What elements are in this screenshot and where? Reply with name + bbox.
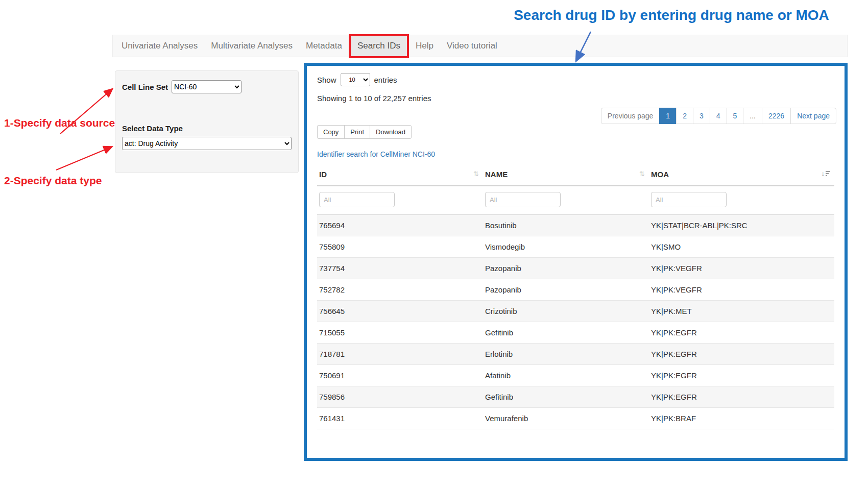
entries-label: entries <box>374 76 397 84</box>
nav-item-univariate-analyses[interactable]: Univariate Analyses <box>115 35 204 57</box>
nav-item-video-tutorial[interactable]: Video tutorial <box>440 35 504 57</box>
cell-id: 755809 <box>317 236 483 258</box>
table-row: 750691 Afatinib YK|PK:EGFR <box>317 365 834 386</box>
export-button-group: Copy Print Download <box>317 125 834 139</box>
sort-icon-name[interactable]: ⇅ <box>639 170 645 178</box>
next-page-button[interactable]: Next page <box>790 108 836 124</box>
cell-moa: YK|STAT|BCR-ABL|PK:SRC <box>649 214 834 236</box>
cell-moa: YK|PK:BRAF <box>649 408 834 429</box>
data-source-panel: Cell Line Set NCI-60 Select Data Type ac… <box>115 70 299 173</box>
cell-moa: YK|PK:VEGFR <box>649 258 834 279</box>
cell-id: 765694 <box>317 214 483 236</box>
cell-id: 718781 <box>317 344 483 365</box>
cell-name: Gefitinib <box>483 322 649 344</box>
cell-moa: YK|PK:VEGFR <box>649 279 834 301</box>
sort-icon-moa[interactable]: ↓ <box>822 170 831 177</box>
table-row: 737754 Pazopanib YK|PK:VEGFR <box>317 258 834 279</box>
previous-page-button[interactable]: Previous page <box>601 108 660 124</box>
step1-annotation: 1-Specify data source <box>4 117 115 129</box>
page-length-select[interactable]: 10 <box>341 73 370 86</box>
cell-id: 737754 <box>317 258 483 279</box>
table-row: 755809 Vismodegib YK|SMO <box>317 236 834 258</box>
print-button[interactable]: Print <box>344 125 370 139</box>
cell-moa: YK|PK:EGFR <box>649 386 834 408</box>
copy-button[interactable]: Copy <box>317 125 345 139</box>
show-label: Show <box>317 76 336 84</box>
cell-line-set-label: Cell Line Set <box>122 83 168 91</box>
page-button-2[interactable]: 2 <box>676 108 693 124</box>
sort-icon-id[interactable]: ⇅ <box>473 170 479 178</box>
cell-id: 756645 <box>317 301 483 322</box>
identifier-search-link[interactable]: Identifier search for CellMiner NCI-60 <box>317 150 435 158</box>
pagination: Previous page 1 2 3 4 5 ... 2226 Next pa… <box>601 108 836 124</box>
cell-moa: YK|PK:EGFR <box>649 365 834 386</box>
headline-annotation: Search drug ID by entering drug name or … <box>508 7 835 23</box>
page-button-1[interactable]: 1 <box>659 108 677 124</box>
cell-id: 761431 <box>317 408 483 429</box>
cell-name: Pazopanib <box>483 258 649 279</box>
results-table: ID ⇅ NAME ⇅ MOA ↓ <box>317 165 834 429</box>
table-row: 765694 Bosutinib YK|STAT|BCR-ABL|PK:SRC <box>317 214 834 236</box>
showing-entries-status: Showing 1 to 10 of 22,257 entries <box>317 94 834 103</box>
cell-name: Gefitinib <box>483 386 649 408</box>
nav-item-search-ids[interactable]: Search IDs <box>349 34 409 58</box>
table-row: 756645 Crizotinib YK|PK:MET <box>317 301 834 322</box>
download-button[interactable]: Download <box>370 125 412 139</box>
cell-moa: YK|PK:EGFR <box>649 322 834 344</box>
data-type-label: Select Data Type <box>122 124 292 133</box>
page-ellipsis: ... <box>743 108 762 124</box>
page-button-2226[interactable]: 2226 <box>762 108 791 124</box>
data-type-select[interactable]: act: Drug Activity <box>122 137 292 150</box>
cell-id: 750691 <box>317 365 483 386</box>
step2-annotation: 2-Specify data type <box>4 175 102 187</box>
main-navbar: Univariate Analyses Multivariate Analyse… <box>112 35 848 57</box>
table-row: 759856 Gefitinib YK|PK:EGFR <box>317 386 834 408</box>
search-results-panel: Show 10 entries Showing 1 to 10 of 22,25… <box>304 63 848 461</box>
cell-moa: YK|PK:EGFR <box>649 344 834 365</box>
cell-name: Vemurafenib <box>483 408 649 429</box>
nav-item-metadata[interactable]: Metadata <box>299 35 349 57</box>
page-button-5[interactable]: 5 <box>727 108 744 124</box>
cell-name: Erlotinib <box>483 344 649 365</box>
column-header-id[interactable]: ID ⇅ <box>317 165 483 186</box>
nav-item-help[interactable]: Help <box>409 35 440 57</box>
moa-filter-input[interactable] <box>651 192 727 207</box>
page-button-3[interactable]: 3 <box>693 108 710 124</box>
cell-id: 752782 <box>317 279 483 301</box>
cell-line-set-select[interactable]: NCI-60 <box>172 80 242 93</box>
page-length-control: Show 10 entries <box>317 73 834 86</box>
cell-name: Vismodegib <box>483 236 649 258</box>
column-header-name[interactable]: NAME ⇅ <box>483 165 649 186</box>
table-row: 718781 Erlotinib YK|PK:EGFR <box>317 344 834 365</box>
step2-arrow <box>56 147 111 170</box>
page-button-4[interactable]: 4 <box>710 108 727 124</box>
column-header-moa[interactable]: MOA ↓ <box>649 165 834 186</box>
cell-name: Pazopanib <box>483 279 649 301</box>
name-filter-input[interactable] <box>485 192 561 207</box>
cell-id: 715055 <box>317 322 483 344</box>
id-filter-input[interactable] <box>319 192 395 207</box>
cell-id: 759856 <box>317 386 483 408</box>
cell-name: Afatinib <box>483 365 649 386</box>
cell-name: Bosutinib <box>483 214 649 236</box>
table-row: 761431 Vemurafenib YK|PK:BRAF <box>317 408 834 429</box>
table-row: 715055 Gefitinib YK|PK:EGFR <box>317 322 834 344</box>
cell-name: Crizotinib <box>483 301 649 322</box>
nav-item-multivariate-analyses[interactable]: Multivariate Analyses <box>204 35 299 57</box>
table-row: 752782 Pazopanib YK|PK:VEGFR <box>317 279 834 301</box>
cell-moa: YK|SMO <box>649 236 834 258</box>
cell-moa: YK|PK:MET <box>649 301 834 322</box>
